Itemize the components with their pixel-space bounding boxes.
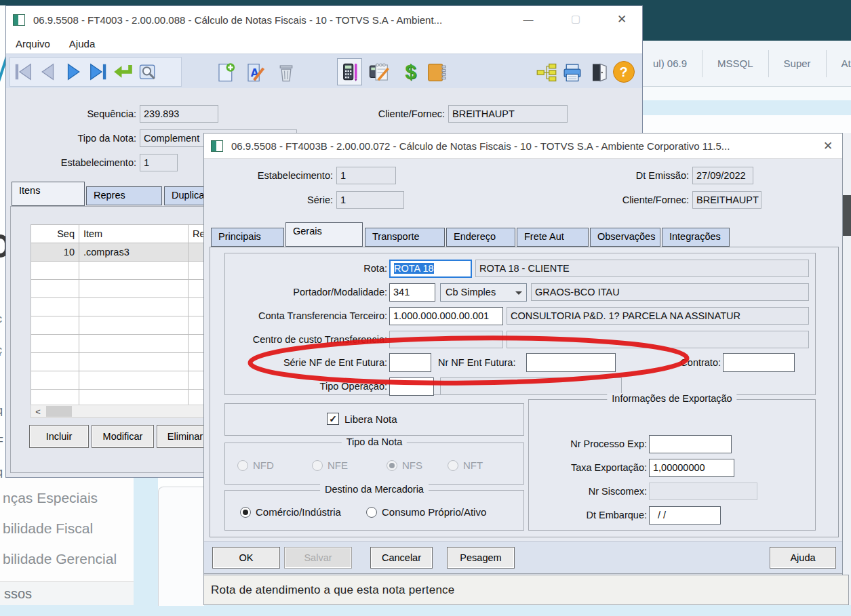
menu-item-gerencial[interactable]: bilidade Gerencial (3, 551, 132, 571)
tab-observacoes[interactable]: Observações (590, 228, 660, 247)
nr-nf-ent-futura-input[interactable] (526, 353, 616, 372)
nr-siscomex-field (649, 482, 757, 500)
edit-record-button[interactable]: A (242, 59, 267, 86)
previous-record-icon (38, 62, 58, 82)
tipo-operacao-input[interactable] (389, 377, 434, 396)
next-record-button[interactable] (60, 58, 85, 85)
edge-fragment: ç (0, 344, 5, 358)
menu-item-especiais[interactable]: nças Especiais (3, 490, 132, 510)
radio-icon[interactable] (448, 460, 458, 471)
serie-nf-ent-futura-input[interactable] (389, 353, 431, 372)
destino-mercadoria-title: Destino da Mercadoria (320, 484, 429, 495)
dialog-ft4003b: 06.9.5508 - FT4003B - 2.00.00.072 - Cálc… (203, 133, 843, 605)
edit-icon: A (245, 62, 265, 83)
rota-input[interactable]: ROTA 18 (389, 260, 472, 278)
libera-nota-box: ✓ Libera Nota (224, 403, 524, 436)
screen: ul) 06.9 MSSQL Super Atalho nças Especia… (0, 0, 851, 616)
tab-transporte[interactable]: Transporte (365, 228, 445, 247)
ok-button[interactable]: OK (212, 547, 280, 569)
menu-item-processos[interactable]: ssos (0, 582, 151, 605)
notebook-button[interactable] (424, 59, 449, 86)
minimize-button[interactable]: — (513, 6, 543, 32)
contrato-input[interactable] (723, 353, 795, 372)
incluir-button[interactable]: Incluir (29, 425, 89, 448)
values-note-button[interactable] (366, 59, 391, 86)
scroll-thumb[interactable] (46, 406, 72, 417)
tab-itens[interactable]: Itens (12, 182, 85, 206)
calculate-button[interactable] (337, 58, 362, 85)
add-record-button[interactable] (213, 59, 238, 86)
cancelar-button[interactable]: Cancelar (370, 547, 433, 569)
close-button[interactable]: ✕ (607, 6, 637, 32)
dt-embarque-input[interactable]: / / (649, 506, 721, 525)
radio-icon-selected[interactable] (240, 507, 251, 518)
tipo-operacao-description (440, 377, 622, 395)
tab-endereco[interactable]: Endereço (446, 228, 515, 247)
taxa-exportacao-label: Taxa Exportação: (542, 459, 647, 476)
dialog-titlebar[interactable]: 06.9.5508 - FT4003B - 2.00.00.072 - Cálc… (204, 134, 842, 159)
rota-description: ROTA 18 - CLIENTE (475, 260, 809, 277)
menu-arquivo[interactable]: Arquivo (6, 38, 60, 49)
radio-icon[interactable] (312, 460, 323, 471)
pesagem-button[interactable]: Pesagem (447, 547, 515, 569)
centro-custo-description (507, 331, 809, 348)
tab-repres[interactable]: Repres (86, 186, 162, 205)
help-icon: ? (613, 61, 635, 83)
radio-icon[interactable] (237, 460, 248, 471)
modificar-button[interactable]: Modificar (92, 425, 154, 448)
radio-nfs[interactable]: NFS (387, 459, 422, 471)
edge-fragment: t (0, 281, 5, 295)
go-to-button[interactable] (111, 58, 136, 85)
col-seq[interactable]: Seq (31, 225, 79, 243)
conta-transferencia-label: Conta Transferencia Terceiro: (231, 307, 387, 325)
tab-principais[interactable]: Principais (211, 228, 284, 247)
libera-nota-option[interactable]: ✓ Libera Nota (327, 413, 397, 425)
previous-record-button[interactable] (35, 58, 60, 85)
values-button[interactable]: $ (398, 58, 423, 85)
radio-icon[interactable] (366, 507, 377, 518)
last-record-button[interactable] (85, 58, 111, 85)
tab-frete-aut[interactable]: Frete Aut (517, 228, 589, 247)
app-icon (211, 140, 223, 152)
radio-comercio-industria[interactable]: Comércio/Indústria (240, 506, 341, 518)
modalidade-combobox[interactable]: Cb Simples (440, 283, 527, 302)
scroll-left-icon[interactable]: < (31, 405, 45, 417)
menu-item-fiscal[interactable]: bilidade Fiscal (3, 520, 132, 541)
dialog-status-bar: Rota de atendimento a que esta nota pert… (203, 575, 849, 605)
menu-ajuda[interactable]: Ajuda (60, 38, 104, 49)
dlg-cliente-field: BREITHAUPT (692, 191, 761, 209)
radio-nfd[interactable]: NFD (237, 459, 274, 471)
salvar-button[interactable]: Salvar (284, 547, 352, 569)
app-icon (13, 14, 25, 26)
radio-nfe[interactable]: NFE (312, 459, 348, 471)
radio-nft[interactable]: NFT (448, 459, 483, 471)
delete-record-button[interactable] (273, 59, 298, 86)
tab-integracoes[interactable]: Integrações (662, 228, 730, 247)
nr-processo-exp-input[interactable] (649, 435, 732, 453)
exit-button[interactable] (587, 59, 612, 86)
conta-transferencia-input[interactable]: 1.000.000.000.00.001 (389, 307, 503, 325)
libera-nota-checkbox[interactable]: ✓ (327, 413, 339, 425)
calculator-icon (340, 62, 359, 82)
nr-nf-ent-futura-label: Nr NF Ent Futura: (438, 354, 523, 371)
status-shortcut[interactable]: Atalho (826, 50, 851, 77)
taxa-exportacao-input[interactable]: 1,00000000 (649, 459, 734, 477)
structure-button[interactable] (534, 59, 559, 86)
edge-fragment: q (0, 466, 5, 480)
maximize-button[interactable]: ▢ (561, 6, 591, 32)
portador-input[interactable]: 341 (389, 283, 435, 302)
print-button[interactable] (559, 59, 585, 86)
help-button[interactable]: ? (611, 58, 636, 85)
tab-gerais[interactable]: Gerais (285, 222, 363, 247)
page-scrollbar-thumb[interactable] (843, 195, 851, 236)
tipo-operacao-label: Tipo Operação: (299, 377, 387, 395)
dialog-close-button[interactable]: ✕ (813, 133, 843, 159)
window-titlebar[interactable]: 06.9.5508 - FT4003 - 2.00.00.088 - Cálcu… (6, 6, 642, 33)
add-document-icon (216, 62, 236, 83)
search-button[interactable] (136, 58, 161, 85)
radio-icon-selected[interactable] (387, 460, 397, 471)
ajuda-button[interactable]: Ajuda (770, 547, 836, 569)
first-record-button[interactable] (10, 58, 35, 85)
col-item[interactable]: Item (79, 225, 189, 243)
radio-consumo-proprio[interactable]: Consumo Próprio/Ativo (366, 506, 486, 518)
